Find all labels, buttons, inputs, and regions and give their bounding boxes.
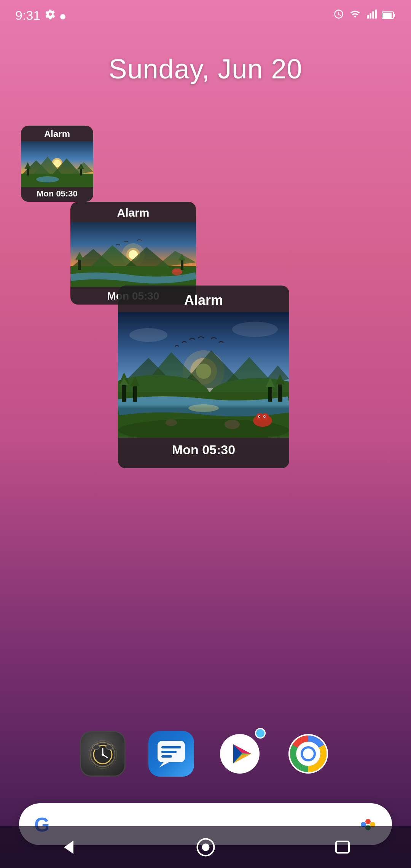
alarm-title-2: Alarm	[70, 202, 196, 222]
gear-icon	[45, 8, 56, 22]
svg-rect-2	[370, 13, 371, 18]
svg-rect-32	[181, 260, 183, 270]
alarm-image-3	[118, 312, 289, 438]
playstore-notification-badge	[255, 728, 266, 739]
svg-point-101	[202, 843, 209, 851]
svg-rect-55	[133, 385, 137, 402]
svg-rect-1	[367, 15, 369, 18]
chrome-app-icon	[287, 733, 329, 775]
dock-app-alarm[interactable]	[80, 731, 126, 777]
svg-rect-6	[383, 13, 392, 18]
svg-point-77	[102, 753, 104, 756]
svg-point-36	[177, 268, 180, 272]
nav-recents-button[interactable]	[327, 832, 358, 862]
nav-bar	[0, 826, 411, 868]
svg-rect-7	[393, 14, 395, 17]
nav-home-button[interactable]	[190, 832, 221, 862]
alarm-time-1: Mon 05:30	[21, 187, 93, 202]
svg-rect-57	[278, 384, 282, 402]
alarm-image-2	[70, 222, 196, 287]
svg-rect-30	[78, 258, 81, 270]
svg-rect-83	[161, 755, 172, 758]
svg-rect-3	[372, 11, 374, 19]
nav-back-button[interactable]	[53, 832, 84, 862]
svg-point-51	[188, 404, 219, 412]
svg-point-38	[129, 328, 167, 342]
svg-point-93	[303, 748, 314, 759]
svg-marker-84	[159, 762, 169, 767]
alarm-clock-icon	[333, 8, 344, 22]
status-right	[333, 8, 396, 22]
dock-app-playstore[interactable]	[217, 731, 263, 777]
svg-marker-99	[64, 841, 73, 854]
date-display: Sunday, Jun 20	[0, 53, 411, 85]
playstore-app-icon	[219, 733, 261, 775]
svg-rect-82	[161, 751, 177, 753]
svg-point-96	[365, 819, 371, 824]
alarm-time-3: Mon 05:30	[118, 438, 289, 464]
status-bar: 9:31	[0, 0, 411, 30]
messages-app-icon	[156, 739, 186, 768]
svg-rect-102	[336, 841, 349, 853]
alarm-widget-large-3[interactable]: Alarm	[118, 286, 289, 468]
notification-dot-icon	[60, 8, 65, 22]
svg-point-0	[60, 14, 65, 19]
svg-point-67	[259, 416, 260, 417]
svg-point-68	[264, 416, 266, 417]
status-time: 9:31	[15, 8, 40, 23]
svg-point-39	[232, 322, 278, 337]
battery-icon	[382, 8, 396, 22]
alarm-title-1: Alarm	[21, 126, 93, 141]
alarm-widget-small-1[interactable]: Alarm	[21, 126, 93, 202]
alarm-image-1	[21, 141, 93, 187]
status-left: 9:31	[15, 8, 65, 23]
dock-app-chrome[interactable]	[285, 731, 331, 777]
alarm-app-icon	[88, 739, 118, 769]
svg-rect-52	[122, 383, 126, 402]
svg-point-16	[36, 176, 59, 182]
alarm-title-3: Alarm	[118, 286, 289, 312]
svg-rect-4	[375, 10, 377, 18]
svg-rect-59	[268, 386, 272, 402]
svg-point-69	[225, 420, 240, 429]
svg-point-70	[166, 419, 177, 426]
signal-icon	[366, 8, 377, 22]
wifi-icon	[349, 8, 361, 22]
dock-app-messages[interactable]	[148, 731, 194, 777]
dock	[0, 720, 411, 788]
svg-rect-81	[161, 746, 181, 748]
